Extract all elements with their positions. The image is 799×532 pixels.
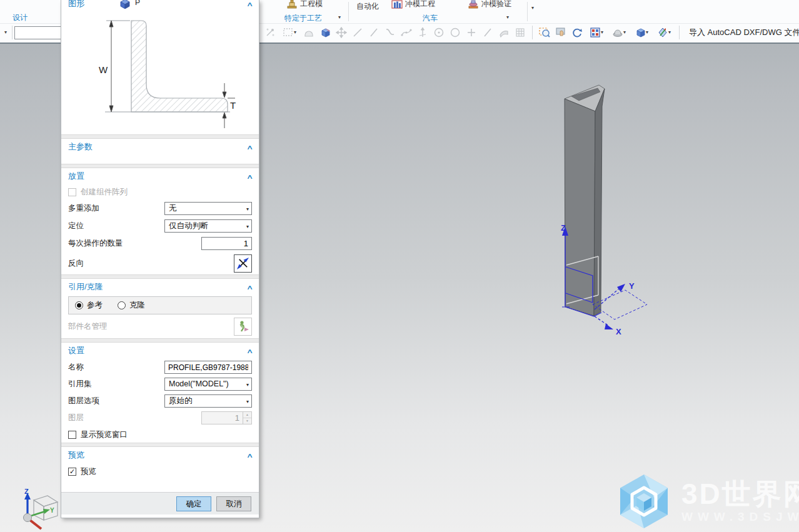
dialog-bottom-margin (61, 514, 259, 518)
show-preview-window-checkbox[interactable] (68, 431, 76, 439)
sheet-icon[interactable] (498, 26, 510, 39)
arc-icon[interactable] (384, 26, 396, 39)
render-style-icon[interactable]: ▾ (610, 26, 628, 39)
orient-view-icon[interactable]: ▾ (632, 26, 651, 39)
part-name-mgmt-button[interactable] (234, 318, 252, 336)
line-icon-3[interactable] (481, 26, 494, 39)
layer-label: 图层 (68, 413, 201, 423)
grid-table-icon[interactable] (514, 26, 526, 39)
layer-option-row: 图层选项 原始的 ▾ (61, 393, 259, 409)
refset-select[interactable]: Model("MODEL") ▾ (164, 378, 252, 391)
chevron-down-icon[interactable]: ▾ (246, 203, 249, 215)
ribbon-item-automation[interactable]: 自动化 (356, 3, 379, 11)
create-array-label: 创建组件阵列 (81, 187, 128, 198)
chevron-down-icon[interactable]: ▾ (246, 379, 249, 391)
group-separator (348, 2, 349, 21)
layer-spinner: ▲▼ (243, 411, 252, 424)
collapse-chevron-icon[interactable]: ∧ (246, 144, 253, 151)
multi-add-row: 多重添加 无 ▾ (61, 199, 259, 217)
layer-option-label: 图层选项 (68, 396, 164, 406)
die-engineering-icon (391, 0, 403, 9)
window-layout-icon[interactable]: ▾ (587, 26, 606, 39)
chevron-down-icon[interactable]: ▾ (246, 221, 249, 233)
circle-icon[interactable] (449, 26, 461, 39)
dropdown-icon[interactable]: ▾ (668, 29, 671, 36)
ribbon-item-die-engineering[interactable]: 冲模工程 (391, 0, 435, 9)
ribbon-item-die-validation[interactable]: 冲模验证 (468, 0, 511, 9)
clone-radio[interactable] (118, 301, 126, 309)
watermark-title: 3D世界网 (681, 479, 799, 509)
preview-checkbox[interactable]: ✓ (68, 468, 76, 476)
collapse-chevron-icon[interactable]: ∧ (246, 284, 253, 291)
layer-option-select[interactable]: 原始的 ▾ (164, 394, 252, 408)
group-label-process-specific[interactable]: 特定于工艺 (284, 13, 322, 24)
ribbon-item-label: 冲模工程 (405, 0, 435, 8)
group-label-automotive[interactable]: 汽车 (423, 13, 438, 24)
count-input[interactable] (201, 237, 252, 250)
dropdown-icon[interactable]: ▾ (646, 29, 648, 36)
ok-button[interactable]: 确定 (176, 496, 211, 511)
collapse-chevron-icon[interactable]: ∧ (246, 173, 253, 180)
section-header-settings[interactable]: 设置 ∧ (61, 343, 259, 359)
line-icon-2[interactable] (368, 26, 380, 39)
import-autocad-button[interactable]: 导入 AutoCAD DXF/DWG 文件 (689, 27, 799, 38)
reverse-direction-button[interactable] (234, 254, 252, 273)
dropdown-icon[interactable]: ▾ (601, 29, 603, 36)
reference-radio-option[interactable]: 参考 (75, 300, 103, 311)
spline-icon[interactable] (400, 26, 413, 39)
dropdown-icon[interactable]: ▾ (294, 29, 296, 36)
reference-radio[interactable] (75, 301, 83, 309)
create-array-checkbox[interactable] (68, 188, 76, 196)
layer-input (201, 411, 243, 424)
engineering-die-icon (286, 0, 298, 9)
angle-steel-model[interactable] (565, 85, 605, 316)
y-arrowhead-icon[interactable] (617, 284, 625, 292)
part-name-manager-icon (236, 319, 250, 333)
tab-design[interactable]: 设计 (13, 13, 28, 23)
cancel-button[interactable]: 取消 (216, 496, 251, 511)
toolbar-separator (679, 26, 680, 39)
name-input[interactable] (164, 361, 252, 374)
filter-dropdown-icon[interactable]: ▾ (4, 29, 7, 36)
dropdown-icon[interactable]: ▾ (623, 29, 626, 36)
clone-radio-option[interactable]: 克隆 (118, 300, 145, 311)
multi-add-value: 无 (169, 204, 177, 213)
move-icon[interactable] (335, 26, 348, 39)
name-row: 名称 (61, 359, 259, 376)
x-arrowhead-icon[interactable] (605, 324, 613, 329)
chevron-down-icon[interactable]: ▾ (246, 396, 249, 408)
ribbon-item-label: 工程模 (300, 0, 323, 8)
triad-x-axis (30, 520, 41, 529)
line-icon[interactable] (351, 26, 364, 39)
section-header-preview[interactable]: 预览 ∧ (61, 447, 259, 463)
section-header-graphic[interactable]: 图形 ∧ (61, 0, 259, 12)
edit-object-display-icon[interactable]: ▾ (655, 26, 673, 39)
pan-icon[interactable] (555, 26, 567, 39)
circle-center-icon[interactable] (433, 26, 445, 39)
point-icon[interactable] (465, 26, 478, 39)
multi-add-select[interactable]: 无 ▾ (164, 202, 252, 215)
collapse-chevron-icon[interactable]: ∧ (246, 348, 253, 354)
layer-option-value: 原始的 (169, 396, 193, 405)
collapse-chevron-icon[interactable]: ∧ (246, 452, 253, 459)
cross-section-diagram: W T (61, 12, 259, 134)
section-header-main-params[interactable]: 主参数 ∧ (61, 139, 259, 155)
rotate-view-icon[interactable] (571, 26, 583, 39)
collapse-chevron-icon[interactable]: ∧ (246, 1, 253, 8)
ribbon-item-engineering-die[interactable]: 工程模 (286, 0, 323, 9)
count-label: 每次操作的数量 (68, 238, 201, 249)
extrude-icon[interactable] (303, 26, 315, 39)
group-dropdown-icon[interactable]: ▾ (506, 14, 509, 20)
zoom-region-icon[interactable] (538, 26, 551, 39)
marquee-select-icon[interactable]: ▾ (280, 26, 299, 39)
group-dropdown-icon[interactable]: ▾ (338, 14, 341, 20)
snap-point-icon[interactable] (264, 26, 276, 39)
section-header-placement[interactable]: 放置 ∧ (61, 168, 259, 184)
view-triad[interactable]: Z Y (6, 488, 69, 532)
block-icon[interactable] (319, 26, 331, 39)
positioning-select[interactable]: 仅自动判断 ▾ (164, 219, 252, 233)
datum-axis-icon[interactable] (416, 26, 429, 39)
ribbon-overflow-icon[interactable]: ▾ (531, 5, 534, 11)
name-label: 名称 (68, 362, 164, 373)
section-header-reference-clone[interactable]: 引用/克隆 ∧ (61, 279, 259, 295)
